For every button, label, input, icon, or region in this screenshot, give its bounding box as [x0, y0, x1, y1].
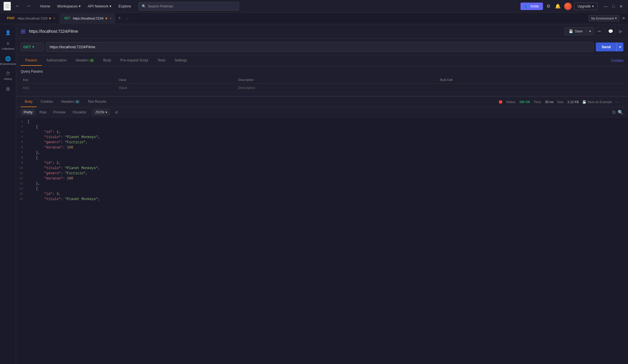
save-example-button[interactable]: 💾 Save as Example [582, 100, 612, 104]
method-label: GET [23, 45, 31, 49]
save-button[interactable]: 💾 Save [564, 27, 587, 35]
tab-get[interactable]: GET https://localhost:7224/ ✕ [59, 13, 115, 24]
sidebar-item-collections[interactable]: ≡ Collections [1, 39, 15, 53]
response-section: Body Cookies Headers4 Test Results 🔴 Sta… [16, 96, 628, 364]
resp-tab-headers[interactable]: Headers4 [57, 97, 84, 107]
close-button[interactable]: ✕ [618, 3, 625, 9]
copy-button[interactable]: ⧉ [612, 110, 615, 115]
method-badge-post: POST [6, 16, 16, 20]
col-key-header: Key [21, 76, 116, 84]
url-bar: GET ▾ Send ▾ [16, 39, 628, 55]
cookies-link[interactable]: Cookies [611, 59, 623, 63]
main-layout: 👤 ≡ Collections 🌐 Environments ⏱ History… [0, 24, 628, 364]
tab-params[interactable]: Params [21, 55, 42, 66]
content-area: ⊞ https://localhost:7224/Filme 💾 Save ▾ … [16, 24, 628, 364]
wrap-button[interactable]: ⇄ [112, 109, 121, 115]
param-desc-input[interactable]: Description [236, 84, 434, 92]
request-title: https://localhost:7224/Filme [29, 29, 78, 34]
code-line: 11 "genero": "Ficticio", [16, 171, 628, 177]
comment-button[interactable]: 💬 [606, 27, 616, 36]
tab-more-button[interactable]: ··· [124, 16, 131, 21]
resp-tab-cookies[interactable]: Cookies [37, 97, 57, 107]
query-params-title: Query Params [21, 69, 623, 73]
maximize-button[interactable]: □ [611, 3, 617, 9]
topbar-nav: Home Workspaces ▾ API Network ▾ Explore [37, 2, 134, 10]
code-line: 16 "titulo": "Planet Monkeys", [16, 197, 628, 202]
tab-add-button[interactable]: + [116, 15, 124, 21]
tab-post[interactable]: POST https://localhost:7224 ✕ [2, 13, 59, 24]
nav-workspaces[interactable]: Workspaces ▾ [54, 2, 84, 10]
request-header-right: 💾 Save ▾ ✏ 💬 ⊳ [564, 27, 623, 36]
forward-button[interactable]: → [24, 2, 33, 10]
tab-authorization[interactable]: Authorization [42, 55, 71, 66]
url-input[interactable] [46, 42, 594, 52]
code-viewer[interactable]: 1[2 {3 "id": 1,4 "titulo": "Planet Monke… [16, 117, 628, 364]
other-icon: ⊞ [6, 86, 10, 92]
code-line: 15 "id": 3, [16, 192, 628, 197]
back-button[interactable]: ← [13, 2, 22, 10]
search-response-button[interactable]: 🔍 [618, 110, 623, 115]
code-line: 3 "id": 1, [16, 130, 628, 135]
topbar: ☰ ← → Home Workspaces ▾ API Network ▾ Ex… [0, 0, 628, 13]
search-bar[interactable]: 🔍 Search Postman [139, 2, 239, 11]
tab-settings[interactable]: Settings [170, 55, 191, 66]
send-button[interactable]: Send [596, 42, 617, 51]
param-value-input[interactable]: Value [116, 84, 236, 92]
format-visualize-button[interactable]: Visualize [70, 109, 89, 115]
env-chevron-icon: ▾ [615, 16, 617, 20]
edit-button[interactable]: ✏ [595, 27, 604, 36]
response-more-button[interactable]: ··· [615, 100, 619, 104]
param-key-input[interactable]: Key [21, 84, 116, 92]
status-label: Status: [506, 100, 516, 104]
tab-close-get[interactable]: ✕ [110, 17, 112, 20]
tab-pre-request[interactable]: Pre-request Script [116, 55, 153, 66]
environment-selector[interactable]: No Environment ▾ [589, 15, 619, 22]
sidebar-item-history[interactable]: ⏱ History [1, 69, 15, 83]
settings-button[interactable]: ⚙ [545, 2, 552, 10]
format-type-selector[interactable]: JSON ▾ [93, 109, 110, 115]
tab-body[interactable]: Body [99, 55, 116, 66]
sidebar: 👤 ≡ Collections 🌐 Environments ⏱ History… [0, 24, 16, 364]
sidebar-environments-label: Environments [0, 63, 16, 65]
save-dropdown-button[interactable]: ▾ [587, 27, 594, 35]
tab-dot-post [49, 18, 51, 19]
side-panel-button[interactable]: ⊳ [617, 28, 623, 35]
upgrade-button[interactable]: Upgrade ▾ [574, 3, 598, 10]
request-header: ⊞ https://localhost:7224/Filme 💾 Save ▾ … [16, 24, 628, 39]
sidebar-item-user[interactable]: 👤 [1, 28, 15, 38]
minimize-button[interactable]: — [602, 3, 610, 9]
tab-headers[interactable]: Headers6 [71, 55, 99, 66]
nav-home[interactable]: Home [37, 2, 53, 10]
send-dropdown-button[interactable]: ▾ [617, 42, 623, 51]
tab-url-post: https://localhost:7224 [18, 17, 47, 20]
nav-explore[interactable]: Explore [116, 2, 134, 10]
tab-tests[interactable]: Tests [153, 55, 170, 66]
sidebar-history-label: History [4, 78, 12, 80]
menu-button[interactable]: ☰ [3, 2, 11, 11]
bulk-edit-label: Bulk Edit [440, 78, 453, 82]
request-tabs: Params Authorization Headers6 Body Pre-r… [16, 55, 628, 66]
tab-close-post[interactable]: ✕ [53, 17, 55, 20]
response-tabs-bar: Body Cookies Headers4 Test Results 🔴 Sta… [16, 97, 628, 107]
notifications-button[interactable]: 🔔 [554, 2, 562, 10]
eye-button[interactable]: 👁 [622, 16, 626, 21]
method-selector[interactable]: GET ▾ [21, 43, 44, 51]
code-line: 10 "titulo": "Planet Monkeys", [16, 166, 628, 171]
sidebar-item-other[interactable]: ⊞ [1, 84, 15, 94]
save-button-group: 💾 Save ▾ [564, 27, 594, 35]
tab-bar-right: No Environment ▾ 👁 [589, 15, 626, 22]
invite-button[interactable]: 👥 Invite [521, 3, 543, 10]
nav-api-network[interactable]: API Network ▾ [85, 2, 114, 10]
format-pretty-button[interactable]: Pretty [21, 109, 35, 115]
environments-icon: 🌐 [5, 56, 11, 61]
sidebar-item-environments[interactable]: 🌐 Environments [1, 54, 15, 68]
bulk-edit-button[interactable]: ··· Bulk Edit [436, 78, 453, 82]
format-raw-button[interactable]: Raw [37, 109, 49, 115]
resp-tab-body[interactable]: Body [21, 97, 37, 107]
code-line: 12 "duracao": 100 [16, 177, 628, 182]
response-status-bar: 🔴 Status: 200 OK Time: 30 ms Size: 2.12 … [494, 98, 623, 106]
save-label: Save [575, 29, 583, 33]
resp-tab-test-results[interactable]: Test Results [84, 97, 110, 107]
format-preview-button[interactable]: Preview [50, 109, 68, 115]
avatar[interactable] [564, 3, 572, 10]
